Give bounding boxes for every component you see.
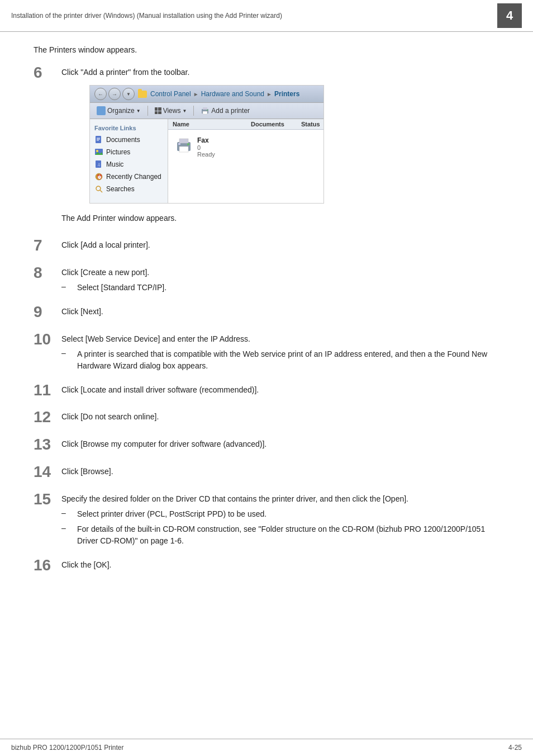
chapter-number: 4 xyxy=(497,3,522,28)
fax-printer-icon xyxy=(175,136,193,154)
page-header: Installation of the printer driver (Wind… xyxy=(0,0,533,32)
step-number-16: 16 xyxy=(34,557,61,574)
explorer-titlebar: ← → ▼ Control Panel ► Hardware and Sound… xyxy=(90,86,323,103)
step-9-text: Click [Next]. xyxy=(61,306,499,318)
step-11-text: Click [Locate and install driver softwar… xyxy=(61,384,499,396)
step-number-10: 10 xyxy=(34,331,61,348)
toolbar-separator-1 xyxy=(147,106,148,116)
step-7: 7 Click [Add a local printer]. xyxy=(34,237,499,254)
step-number-15: 15 xyxy=(34,491,61,508)
svg-point-15 xyxy=(96,186,101,191)
step-15: 15 Specify the desired folder on the Dri… xyxy=(34,491,499,547)
step-15-content: Specify the desired folder on the Driver… xyxy=(61,491,499,547)
views-button[interactable]: Views ▼ xyxy=(153,106,189,116)
organize-button[interactable]: Organize ▼ xyxy=(94,105,143,116)
printer-item-fax[interactable]: Fax 0 Ready xyxy=(173,134,319,160)
svg-point-9 xyxy=(96,150,98,152)
organize-dropdown-icon: ▼ xyxy=(136,108,141,114)
nav-pictures-label: Pictures xyxy=(106,148,130,156)
step-8-sub-1: – Select [Standard TCP/IP]. xyxy=(61,282,499,294)
explorer-nav: Favorite Links Documents xyxy=(90,119,168,203)
nav-item-music[interactable]: ♫ Music xyxy=(90,158,168,171)
folder-icon xyxy=(138,91,147,98)
back-button[interactable]: ← xyxy=(94,88,107,100)
organize-icon xyxy=(97,106,106,115)
explorer-body: Favorite Links Documents xyxy=(90,119,323,203)
column-headers: Name Documents Status xyxy=(168,119,323,130)
step-11-content: Click [Locate and install driver softwar… xyxy=(61,382,499,396)
fax-status: Ready xyxy=(197,151,215,158)
explorer-items: Fax 0 Ready xyxy=(168,130,323,164)
forward-button[interactable]: → xyxy=(108,88,121,100)
breadcrumb-control-panel[interactable]: Control Panel xyxy=(150,90,191,98)
step-8-sub-text-1: Select [Standard TCP/IP]. xyxy=(77,282,166,294)
nav-item-searches[interactable]: Searches xyxy=(90,183,168,195)
music-icon: ♫ xyxy=(94,160,103,169)
col-header-name[interactable]: Name xyxy=(173,121,251,127)
add-printer-note: The Add Printer window appears. xyxy=(61,214,499,223)
nav-item-recently-changed[interactable]: ⏰ Recently Changed xyxy=(90,171,168,183)
col-header-status[interactable]: Status xyxy=(301,121,320,127)
step-14-text: Click [Browse]. xyxy=(61,466,499,478)
explorer-toolbar: Organize ▼ Views ▼ xyxy=(90,103,323,119)
svg-rect-19 xyxy=(179,139,188,143)
step-9-content: Click [Next]. xyxy=(61,304,499,318)
svg-text:⏰: ⏰ xyxy=(97,174,102,179)
breadcrumb-arrow-2: ► xyxy=(266,91,272,97)
step-12: 12 Click [Do not search online]. xyxy=(34,409,499,426)
step-8-text: Click [Create a new port]. xyxy=(61,267,499,278)
svg-rect-18 xyxy=(179,147,188,152)
step-8-content: Click [Create a new port]. – Select [Sta… xyxy=(61,264,499,294)
svg-line-16 xyxy=(100,190,102,192)
svg-rect-1 xyxy=(203,111,207,114)
pictures-icon xyxy=(94,148,103,157)
col-header-documents[interactable]: Documents xyxy=(251,121,301,127)
add-printer-label: Add a printer xyxy=(211,107,250,115)
organize-label: Organize xyxy=(107,107,135,115)
main-content: The Printers window appears. 6 Click "Ad… xyxy=(0,32,533,607)
nav-item-documents[interactable]: Documents xyxy=(90,134,168,146)
nav-section-label: Favorite Links xyxy=(90,124,168,134)
breadcrumb-printers[interactable]: Printers xyxy=(274,90,299,98)
sub-dash-15-1: – xyxy=(61,508,77,517)
step-10-sub-text-1: A printer is searched that is compatible… xyxy=(77,348,499,372)
fax-item-details: Fax 0 Ready xyxy=(197,136,215,158)
page-footer: bizhub PRO 1200/1200P/1051 Printer 4-25 xyxy=(0,739,533,756)
up-button[interactable]: ▼ xyxy=(122,88,135,100)
svg-point-3 xyxy=(207,110,208,111)
sub-dash-8-1: – xyxy=(61,282,77,291)
step-6-text: Click "Add a printer" from the toolbar. xyxy=(61,67,499,78)
step-15-sub-text-1: Select printer driver (PCL, PostScript P… xyxy=(77,508,266,520)
views-grid-icon xyxy=(155,107,161,114)
step-16-text: Click the [OK]. xyxy=(61,559,499,571)
breadcrumb-hardware[interactable]: Hardware and Sound xyxy=(201,90,264,98)
step-15-text: Specify the desired folder on the Driver… xyxy=(61,493,499,505)
views-dropdown-icon: ▼ xyxy=(182,108,187,114)
chapter-title: Installation of the printer driver (Wind… xyxy=(11,12,282,20)
add-printer-button[interactable]: Add a printer xyxy=(198,105,252,116)
step-number-9: 9 xyxy=(34,304,61,321)
step-8: 8 Click [Create a new port]. – Select [S… xyxy=(34,264,499,294)
nav-recently-changed-label: Recently Changed xyxy=(106,173,161,181)
svg-text:♫: ♫ xyxy=(97,162,101,167)
step-10-sub-1: – A printer is searched that is compatib… xyxy=(61,348,499,372)
nav-item-pictures[interactable]: Pictures xyxy=(90,146,168,158)
step-number-6: 6 xyxy=(34,64,61,82)
footer-page-number: 4-25 xyxy=(508,744,522,752)
svg-point-21 xyxy=(187,143,189,145)
nav-buttons: ← → ▼ xyxy=(94,88,135,100)
sub-dash-15-2: – xyxy=(61,523,77,532)
step-7-content: Click [Add a local printer]. xyxy=(61,237,499,251)
breadcrumb-arrow-1: ► xyxy=(193,91,199,97)
step-16: 16 Click the [OK]. xyxy=(34,557,499,574)
step-6-content: Click "Add a printer" from the toolbar. … xyxy=(61,64,499,227)
footer-product-name: bizhub PRO 1200/1200P/1051 Printer xyxy=(11,744,123,752)
step-15-sub-2: – For details of the built-in CD-ROM con… xyxy=(61,523,499,547)
step-10: 10 Select [Web Service Device] and enter… xyxy=(34,331,499,372)
sub-dash-10-1: – xyxy=(61,348,77,357)
step-13: 13 Click [Browse my computer for driver … xyxy=(34,436,499,453)
step-number-14: 14 xyxy=(34,464,61,481)
fax-documents: 0 xyxy=(197,144,215,151)
step-10-content: Select [Web Service Device] and enter th… xyxy=(61,331,499,372)
breadcrumb: Control Panel ► Hardware and Sound ► Pri… xyxy=(150,90,319,98)
